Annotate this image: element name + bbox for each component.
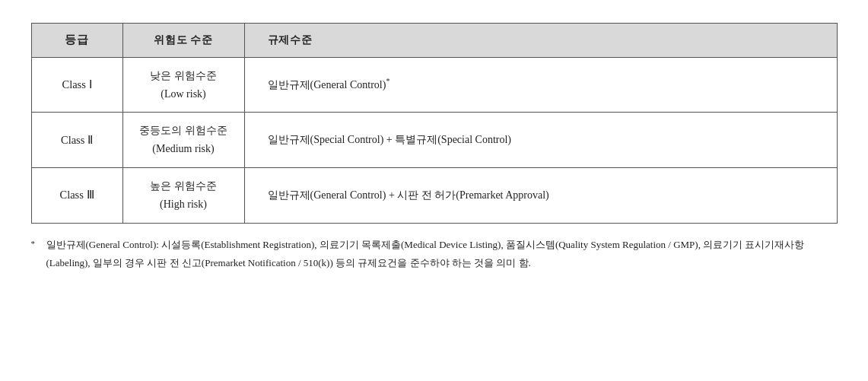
page-container: 등급 위험도 수준 규제수준 Class Ⅰ낮은 위험수준(Low risk)일… [31, 23, 838, 272]
footnote-text: 일반규제(General Control): 시설등록(Establishmen… [46, 239, 805, 268]
footnote: * 일반규제(General Control): 시설등록(Establishm… [31, 236, 838, 272]
cell-regulation: 일반규제(General Control) + 시판 전 허가(Premarke… [244, 167, 837, 223]
header-grade: 등급 [31, 24, 122, 58]
classification-table: 등급 위험도 수준 규제수준 Class Ⅰ낮은 위험수준(Low risk)일… [31, 23, 838, 224]
cell-risk: 낮은 위험수준(Low risk) [122, 57, 244, 113]
cell-grade: Class Ⅰ [31, 57, 122, 113]
cell-grade: Class Ⅲ [31, 167, 122, 223]
cell-risk: 중등도의 위험수준(Medium risk) [122, 113, 244, 168]
table-row: Class Ⅲ높은 위험수준(High risk)일반규제(General Co… [31, 167, 837, 223]
header-regulation-level: 규제수준 [244, 24, 837, 58]
table-row: Class Ⅱ중등도의 위험수준(Medium risk)일반규제(Specia… [31, 113, 837, 168]
cell-regulation: 일반규제(Special Control) + 특별규제(Special Con… [244, 113, 837, 168]
table-header-row: 등급 위험도 수준 규제수준 [31, 24, 837, 58]
cell-risk: 높은 위험수준(High risk) [122, 167, 244, 223]
table-row: Class Ⅰ낮은 위험수준(Low risk)일반규제(General Con… [31, 57, 837, 113]
cell-grade: Class Ⅱ [31, 113, 122, 168]
header-risk-level: 위험도 수준 [122, 24, 244, 58]
cell-regulation: 일반규제(General Control)* [244, 57, 837, 113]
footnote-symbol: * [31, 236, 36, 251]
